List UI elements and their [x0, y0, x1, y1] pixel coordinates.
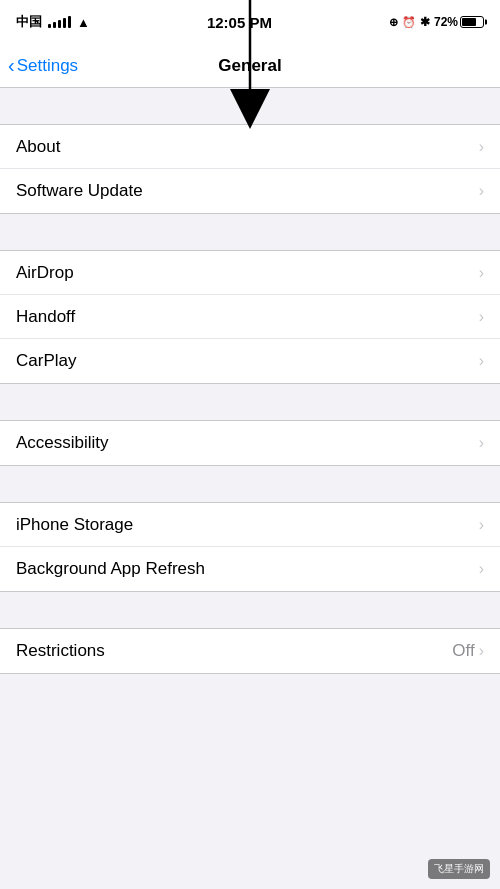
iphone-storage-row[interactable]: iPhone Storage ›: [0, 503, 500, 547]
restrictions-row[interactable]: Restrictions Off ›: [0, 629, 500, 673]
status-bar: 中国 ▲ 12:05 PM ⊕ ⏰ ✱ 72%: [0, 0, 500, 44]
restrictions-row-left: Restrictions: [16, 641, 452, 661]
accessibility-label: Accessibility: [16, 433, 109, 453]
restrictions-section: Restrictions Off ›: [0, 628, 500, 674]
background-app-refresh-label: Background App Refresh: [16, 559, 205, 579]
status-left: 中国 ▲: [16, 13, 90, 31]
spacer-3: [0, 384, 500, 420]
about-row-right: ›: [479, 138, 484, 156]
restrictions-value: Off: [452, 641, 474, 661]
back-label: Settings: [17, 56, 78, 76]
iphone-storage-chevron-icon: ›: [479, 516, 484, 534]
background-app-refresh-chevron-icon: ›: [479, 560, 484, 578]
wifi-icon: ▲: [77, 15, 90, 30]
airdrop-label: AirDrop: [16, 263, 74, 283]
carplay-row-left: CarPlay: [16, 351, 479, 371]
watermark: 飞星手游网: [428, 859, 490, 879]
battery-fill: [462, 18, 476, 26]
accessibility-row-right: ›: [479, 434, 484, 452]
storage-section: iPhone Storage › Background App Refresh …: [0, 502, 500, 592]
connectivity-section: AirDrop › Handoff › CarPlay ›: [0, 250, 500, 384]
software-update-label: Software Update: [16, 181, 143, 201]
bluetooth-icon: ✱: [420, 15, 430, 29]
carplay-label: CarPlay: [16, 351, 76, 371]
restrictions-label: Restrictions: [16, 641, 105, 661]
spacer-4: [0, 466, 500, 502]
software-update-row-left: Software Update: [16, 181, 479, 201]
carplay-row[interactable]: CarPlay ›: [0, 339, 500, 383]
battery-container: 72%: [434, 15, 484, 29]
software-update-row[interactable]: Software Update ›: [0, 169, 500, 213]
restrictions-chevron-icon: ›: [479, 642, 484, 660]
handoff-row-left: Handoff: [16, 307, 479, 327]
handoff-chevron-icon: ›: [479, 308, 484, 326]
iphone-storage-label: iPhone Storage: [16, 515, 133, 535]
back-chevron-icon: ‹: [8, 54, 15, 77]
spacer-2: [0, 214, 500, 250]
accessibility-row[interactable]: Accessibility ›: [0, 421, 500, 465]
status-time: 12:05 PM: [207, 14, 272, 31]
handoff-row-right: ›: [479, 308, 484, 326]
about-row[interactable]: About ›: [0, 125, 500, 169]
alarm-icon: ⏰: [402, 16, 416, 29]
background-app-refresh-row[interactable]: Background App Refresh ›: [0, 547, 500, 591]
signal-bars: [48, 16, 71, 28]
carplay-chevron-icon: ›: [479, 352, 484, 370]
battery-percent: 72%: [434, 15, 458, 29]
location-icon: ⊕: [389, 16, 398, 29]
software-update-row-right: ›: [479, 182, 484, 200]
handoff-label: Handoff: [16, 307, 75, 327]
back-button[interactable]: ‹ Settings: [8, 55, 78, 77]
airdrop-chevron-icon: ›: [479, 264, 484, 282]
airdrop-row-left: AirDrop: [16, 263, 479, 283]
status-right: ⊕ ⏰ ✱ 72%: [389, 15, 484, 29]
software-update-chevron-icon: ›: [479, 182, 484, 200]
battery-icon: [460, 16, 484, 28]
spacer-5: [0, 592, 500, 628]
background-app-refresh-row-right: ›: [479, 560, 484, 578]
background-app-refresh-row-left: Background App Refresh: [16, 559, 479, 579]
airdrop-row[interactable]: AirDrop ›: [0, 251, 500, 295]
nav-bar: ‹ Settings General: [0, 44, 500, 88]
carplay-row-right: ›: [479, 352, 484, 370]
airdrop-row-right: ›: [479, 264, 484, 282]
about-label: About: [16, 137, 60, 157]
carrier-label: 中国: [16, 13, 42, 31]
accessibility-section: Accessibility ›: [0, 420, 500, 466]
accessibility-chevron-icon: ›: [479, 434, 484, 452]
bottom-spacer: [0, 674, 500, 734]
page-title: General: [218, 56, 281, 76]
iphone-storage-row-right: ›: [479, 516, 484, 534]
about-row-left: About: [16, 137, 479, 157]
accessibility-row-left: Accessibility: [16, 433, 479, 453]
about-chevron-icon: ›: [479, 138, 484, 156]
restrictions-row-right: Off ›: [452, 641, 484, 661]
iphone-storage-row-left: iPhone Storage: [16, 515, 479, 535]
handoff-row[interactable]: Handoff ›: [0, 295, 500, 339]
top-spacer: [0, 88, 500, 124]
about-section: About › Software Update ›: [0, 124, 500, 214]
